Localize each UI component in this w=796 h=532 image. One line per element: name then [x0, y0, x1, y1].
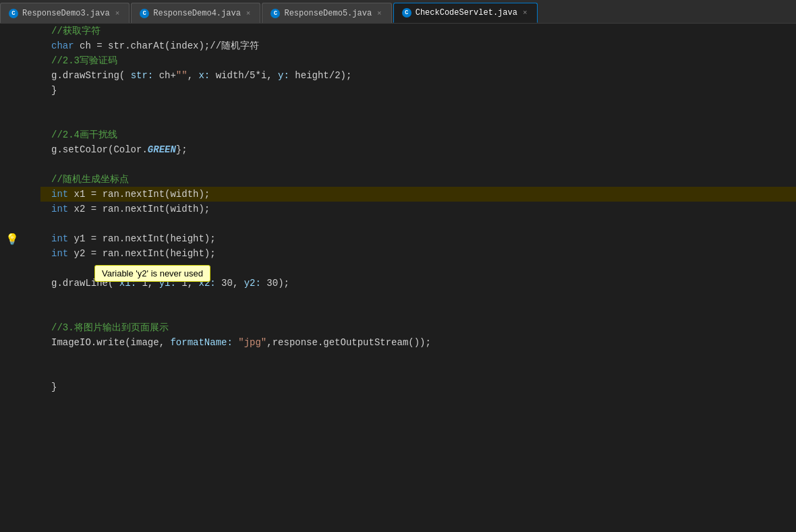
constant-token: GREEN [148, 142, 176, 157]
code-line: g.drawLine( x1: 1, y1: 1, x2: 30, y2: 30… [40, 276, 796, 291]
code-line [40, 261, 796, 276]
param-token: y: [278, 68, 289, 83]
tab-label: ResponseDemo5.java [284, 9, 372, 18]
tab-icon: C [9, 9, 18, 18]
code-line: int y2 = ran.nextInt(height); [40, 246, 796, 261]
tab-close-button[interactable]: × [521, 8, 529, 18]
code-line [40, 216, 796, 231]
tab-tab4[interactable]: CCheckCodeServlet.java× [393, 3, 538, 23]
comment-token: //获取字符 [51, 24, 101, 38]
code-line: ImageIO.write(image, formatName: "jpg",r… [40, 335, 796, 350]
plain-token: ch+ [153, 68, 176, 83]
plain-token: } [51, 83, 57, 98]
tab-label: CheckCodeServlet.java [416, 8, 517, 18]
plain-token: } [51, 380, 57, 394]
code-line: //随机生成坐标点 [40, 172, 796, 187]
tab-icon: C [271, 9, 280, 18]
string-token: "" [176, 68, 188, 83]
plain-token: g.setColor(Color. [51, 142, 148, 157]
plain-token: 1, [136, 276, 159, 291]
keyword-token: char [51, 38, 74, 53]
comment-token: //2.4画干扰线 [51, 127, 117, 142]
tab-close-button[interactable]: × [376, 9, 383, 18]
plain-token: ImageIO.write(image, [51, 335, 170, 350]
param-token: x2: [198, 276, 215, 291]
plain-token: ,response.getOutputStream()); [266, 335, 431, 350]
code-line [40, 350, 796, 365]
plain-token: height/2); [289, 68, 351, 83]
code-line: //3.将图片输出到页面展示 [40, 320, 796, 335]
code-line: //2.3写验证码 [40, 53, 796, 68]
param-token: x: [198, 68, 210, 83]
code-line [40, 98, 796, 113]
plain-token: y2 = ran.nextInt(height); [68, 246, 215, 261]
param-token: x1: [119, 276, 136, 291]
gutter: 💡 [0, 24, 40, 532]
keyword-token: int [51, 246, 68, 261]
param-token: str: [131, 68, 154, 83]
code-line [40, 291, 796, 305]
code-line [40, 157, 796, 172]
param-token: y1: [159, 276, 176, 291]
hint-icon[interactable]: 💡 [5, 233, 19, 246]
code-line: char ch = str.charAt(index);//随机字符 [40, 38, 796, 53]
plain-token: g.drawString( [51, 68, 131, 83]
keyword-token: int [51, 231, 68, 246]
tab-icon: C [140, 9, 149, 18]
plain-token: 1, [176, 276, 199, 291]
plain-token [233, 335, 238, 350]
code-line: int y1 = ran.nextInt(height); [40, 231, 796, 246]
tab-tab1[interactable]: CResponseDemo3.java× [0, 3, 130, 23]
tab-tab3[interactable]: CResponseDemo5.java× [262, 3, 391, 23]
tab-label: ResponseDemo3.java [22, 9, 110, 18]
tab-close-button[interactable]: × [245, 9, 252, 18]
tab-bar: CResponseDemo3.java×CResponseDemo4.java×… [0, 0, 796, 24]
code-line [40, 305, 796, 320]
param-token: formatName: [170, 335, 232, 350]
code-line [40, 365, 796, 380]
tab-label: ResponseDemo4.java [153, 9, 241, 18]
plain-token: }; [176, 142, 188, 157]
code-line: } [40, 83, 796, 98]
plain-token: ch = str.charAt(index);//随机字符 [74, 38, 259, 53]
string-token: "jpg" [238, 335, 266, 350]
comment-token: //3.将图片输出到页面展示 [51, 320, 169, 335]
editor-area: 💡 //获取字符 char ch = str.charAt(index);//随… [0, 24, 796, 532]
code-line: g.drawString( str: ch+"", x: width/5*i, … [40, 68, 796, 83]
keyword-token: int [51, 187, 68, 202]
tab-tab2[interactable]: CResponseDemo4.java× [131, 3, 260, 23]
code-line: } [40, 380, 796, 394]
code-line [40, 113, 796, 127]
code-line: int x1 = ran.nextInt(width); [40, 187, 796, 202]
code-container[interactable]: //获取字符 char ch = str.charAt(index);//随机字… [40, 24, 796, 532]
plain-token: g.drawLine( [51, 276, 119, 291]
code-line: g.setColor(Color.GREEN}; [40, 142, 796, 157]
comment-token: //随机生成坐标点 [51, 172, 129, 187]
code-line: //获取字符 [40, 24, 796, 38]
plain-token: x2 = ran.nextInt(width); [68, 202, 210, 216]
plain-token: width/5*i, [210, 68, 278, 83]
param-token: y2: [244, 276, 261, 291]
plain-token: x1 = ran.nextInt(width); [68, 187, 210, 202]
keyword-token: int [51, 202, 68, 216]
code-line: int x2 = ran.nextInt(width); [40, 202, 796, 216]
plain-token: 30); [261, 276, 289, 291]
plain-token: 30, [216, 276, 244, 291]
tab-icon: C [402, 8, 411, 18]
plain-token: , [188, 68, 199, 83]
comment-token: //2.3写验证码 [51, 53, 117, 68]
plain-token: y1 = ran.nextInt(height); [68, 231, 215, 246]
tab-close-button[interactable]: × [114, 9, 121, 18]
code-line: //2.4画干扰线 [40, 127, 796, 142]
